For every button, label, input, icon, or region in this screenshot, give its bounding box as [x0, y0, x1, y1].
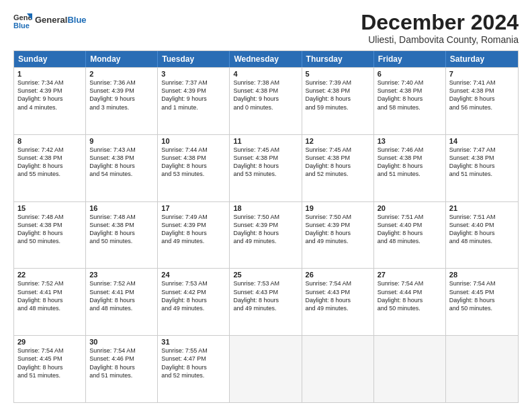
svg-text:Blue: Blue: [13, 21, 30, 30]
day-cell-24: 24Sunrise: 7:53 AM Sunset: 4:42 PM Dayli…: [158, 269, 230, 335]
empty-cell: [302, 336, 374, 402]
day-info-28: Sunrise: 7:54 AM Sunset: 4:45 PM Dayligh…: [449, 279, 515, 312]
day-info-11: Sunrise: 7:45 AM Sunset: 4:38 PM Dayligh…: [233, 146, 298, 179]
day-info-24: Sunrise: 7:53 AM Sunset: 4:42 PM Dayligh…: [161, 279, 226, 312]
day-info-23: Sunrise: 7:52 AM Sunset: 4:41 PM Dayligh…: [89, 279, 154, 312]
day-number-4: 4: [233, 70, 298, 78]
day-cell-17: 17Sunrise: 7:49 AM Sunset: 4:39 PM Dayli…: [158, 202, 230, 269]
day-info-30: Sunrise: 7:54 AM Sunset: 4:46 PM Dayligh…: [89, 347, 154, 379]
day-number-16: 16: [89, 204, 154, 212]
page: General Blue GeneralBlue December 2024 U…: [0, 0, 532, 411]
day-number-26: 26: [306, 271, 370, 279]
empty-cell: [374, 336, 446, 402]
day-info-22: Sunrise: 7:52 AM Sunset: 4:41 PM Dayligh…: [17, 279, 82, 312]
week-row-2: 8Sunrise: 7:42 AM Sunset: 4:38 PM Daylig…: [14, 134, 518, 201]
header-saturday: Saturday: [446, 51, 518, 67]
day-cell-14: 14Sunrise: 7:47 AM Sunset: 4:38 PM Dayli…: [446, 135, 518, 201]
day-number-29: 29: [17, 338, 82, 346]
day-cell-9: 9Sunrise: 7:43 AM Sunset: 4:38 PM Daylig…: [86, 135, 158, 201]
day-info-20: Sunrise: 7:51 AM Sunset: 4:40 PM Dayligh…: [378, 213, 442, 246]
empty-cell: [230, 336, 302, 402]
day-number-27: 27: [378, 271, 442, 279]
day-info-15: Sunrise: 7:48 AM Sunset: 4:38 PM Dayligh…: [17, 213, 82, 246]
day-cell-1: 1Sunrise: 7:34 AM Sunset: 4:39 PM Daylig…: [14, 68, 86, 134]
day-info-25: Sunrise: 7:53 AM Sunset: 4:43 PM Dayligh…: [233, 279, 298, 312]
day-cell-11: 11Sunrise: 7:45 AM Sunset: 4:38 PM Dayli…: [230, 135, 302, 201]
day-number-1: 1: [17, 70, 82, 78]
day-info-31: Sunrise: 7:55 AM Sunset: 4:47 PM Dayligh…: [161, 347, 226, 379]
day-number-25: 25: [233, 271, 298, 279]
day-cell-19: 19Sunrise: 7:50 AM Sunset: 4:39 PM Dayli…: [302, 202, 374, 269]
day-cell-29: 29Sunrise: 7:54 AM Sunset: 4:45 PM Dayli…: [14, 336, 86, 402]
day-number-2: 2: [89, 70, 154, 78]
day-number-30: 30: [89, 338, 154, 346]
logo-general: General: [35, 15, 67, 25]
day-number-11: 11: [233, 137, 298, 145]
day-cell-6: 6Sunrise: 7:40 AM Sunset: 4:38 PM Daylig…: [374, 68, 446, 134]
day-number-7: 7: [449, 70, 515, 78]
calendar: Sunday Monday Tuesday Wednesday Thursday…: [13, 50, 519, 403]
header-wednesday: Wednesday: [230, 51, 302, 67]
day-info-14: Sunrise: 7:47 AM Sunset: 4:38 PM Dayligh…: [449, 146, 515, 179]
day-cell-2: 2Sunrise: 7:36 AM Sunset: 4:39 PM Daylig…: [86, 68, 158, 134]
day-info-8: Sunrise: 7:42 AM Sunset: 4:38 PM Dayligh…: [17, 146, 82, 179]
header-sunday: Sunday: [14, 51, 86, 67]
title-block: December 2024 Uliesti, Dambovita County,…: [361, 11, 519, 45]
header-monday: Monday: [86, 51, 158, 67]
day-info-16: Sunrise: 7:48 AM Sunset: 4:38 PM Dayligh…: [89, 213, 154, 246]
day-cell-20: 20Sunrise: 7:51 AM Sunset: 4:40 PM Dayli…: [374, 202, 446, 269]
week-row-4: 22Sunrise: 7:52 AM Sunset: 4:41 PM Dayli…: [14, 268, 518, 335]
day-number-10: 10: [161, 137, 226, 145]
day-number-9: 9: [89, 137, 154, 145]
calendar-body: 1Sunrise: 7:34 AM Sunset: 4:39 PM Daylig…: [14, 67, 518, 402]
day-info-29: Sunrise: 7:54 AM Sunset: 4:45 PM Dayligh…: [17, 347, 82, 379]
day-cell-27: 27Sunrise: 7:54 AM Sunset: 4:44 PM Dayli…: [374, 269, 446, 335]
day-cell-18: 18Sunrise: 7:50 AM Sunset: 4:39 PM Dayli…: [230, 202, 302, 269]
day-number-20: 20: [378, 204, 442, 212]
header-thursday: Thursday: [302, 51, 374, 67]
day-info-27: Sunrise: 7:54 AM Sunset: 4:44 PM Dayligh…: [378, 279, 442, 312]
calendar-header: Sunday Monday Tuesday Wednesday Thursday…: [14, 51, 518, 67]
day-cell-21: 21Sunrise: 7:51 AM Sunset: 4:40 PM Dayli…: [446, 202, 518, 269]
day-cell-5: 5Sunrise: 7:39 AM Sunset: 4:38 PM Daylig…: [302, 68, 374, 134]
header-friday: Friday: [374, 51, 446, 67]
calendar-subtitle: Uliesti, Dambovita County, Romania: [361, 34, 519, 45]
day-info-10: Sunrise: 7:44 AM Sunset: 4:38 PM Dayligh…: [161, 146, 226, 179]
week-row-3: 15Sunrise: 7:48 AM Sunset: 4:38 PM Dayli…: [14, 201, 518, 269]
day-info-4: Sunrise: 7:38 AM Sunset: 4:38 PM Dayligh…: [233, 79, 298, 111]
day-number-23: 23: [89, 271, 154, 279]
day-number-3: 3: [161, 70, 226, 78]
day-cell-7: 7Sunrise: 7:41 AM Sunset: 4:38 PM Daylig…: [446, 68, 518, 134]
day-number-19: 19: [306, 204, 370, 212]
day-number-24: 24: [161, 271, 226, 279]
header-tuesday: Tuesday: [158, 51, 230, 67]
day-cell-26: 26Sunrise: 7:54 AM Sunset: 4:43 PM Dayli…: [302, 269, 374, 335]
logo: General Blue GeneralBlue: [13, 11, 87, 30]
calendar-title: December 2024: [361, 11, 519, 34]
day-cell-25: 25Sunrise: 7:53 AM Sunset: 4:43 PM Dayli…: [230, 269, 302, 335]
day-info-3: Sunrise: 7:37 AM Sunset: 4:39 PM Dayligh…: [161, 79, 226, 111]
day-number-17: 17: [161, 204, 226, 212]
day-cell-13: 13Sunrise: 7:46 AM Sunset: 4:38 PM Dayli…: [374, 135, 446, 201]
day-number-8: 8: [17, 137, 82, 145]
day-number-31: 31: [161, 338, 226, 346]
day-cell-12: 12Sunrise: 7:45 AM Sunset: 4:38 PM Dayli…: [302, 135, 374, 201]
week-row-5: 29Sunrise: 7:54 AM Sunset: 4:45 PM Dayli…: [14, 335, 518, 402]
day-info-12: Sunrise: 7:45 AM Sunset: 4:38 PM Dayligh…: [306, 146, 370, 179]
day-info-1: Sunrise: 7:34 AM Sunset: 4:39 PM Dayligh…: [17, 79, 82, 111]
day-number-18: 18: [233, 204, 298, 212]
day-cell-30: 30Sunrise: 7:54 AM Sunset: 4:46 PM Dayli…: [86, 336, 158, 402]
day-number-6: 6: [378, 70, 442, 78]
day-number-28: 28: [449, 271, 515, 279]
day-info-9: Sunrise: 7:43 AM Sunset: 4:38 PM Dayligh…: [89, 146, 154, 179]
day-info-5: Sunrise: 7:39 AM Sunset: 4:38 PM Dayligh…: [306, 79, 370, 111]
day-info-2: Sunrise: 7:36 AM Sunset: 4:39 PM Dayligh…: [89, 79, 154, 111]
day-info-13: Sunrise: 7:46 AM Sunset: 4:38 PM Dayligh…: [378, 146, 442, 179]
day-number-14: 14: [449, 137, 515, 145]
day-info-17: Sunrise: 7:49 AM Sunset: 4:39 PM Dayligh…: [161, 213, 226, 246]
logo-icon: General Blue: [13, 11, 32, 30]
day-info-19: Sunrise: 7:50 AM Sunset: 4:39 PM Dayligh…: [306, 213, 370, 246]
day-cell-16: 16Sunrise: 7:48 AM Sunset: 4:38 PM Dayli…: [86, 202, 158, 269]
day-cell-28: 28Sunrise: 7:54 AM Sunset: 4:45 PM Dayli…: [446, 269, 518, 335]
day-number-15: 15: [17, 204, 82, 212]
